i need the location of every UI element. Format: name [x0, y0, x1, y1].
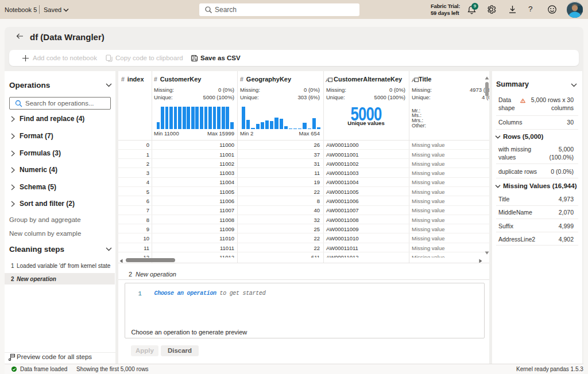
svg-text:A: A — [326, 77, 330, 83]
svg-text:A: A — [412, 77, 416, 83]
